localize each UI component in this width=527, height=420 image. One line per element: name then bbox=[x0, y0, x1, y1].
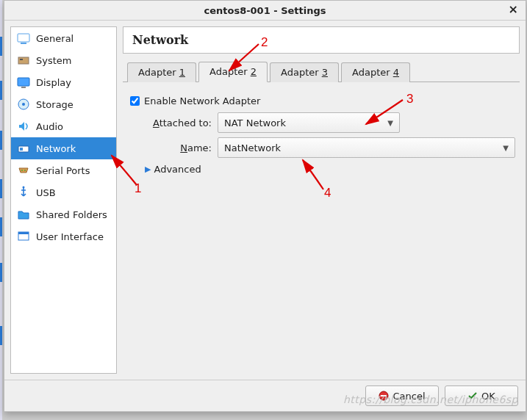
sidebar-item-label: Serial Ports bbox=[36, 165, 90, 176]
sidebar-item-label: Shared Folders bbox=[36, 209, 107, 220]
settings-content: Network Adapter 1 Adapter 2 Adapter 3 Ad… bbox=[123, 26, 520, 374]
adapter-tabs: Adapter 1 Adapter 2 Adapter 3 Adapter 4 bbox=[123, 61, 520, 82]
audio-icon bbox=[17, 120, 30, 133]
tab-adapter-1[interactable]: Adapter 1 bbox=[127, 62, 196, 82]
display-icon bbox=[17, 76, 30, 89]
attached-to-combobox[interactable]: NAT Network ▼ bbox=[218, 112, 400, 133]
cancel-icon bbox=[379, 391, 389, 401]
sidebar-item-shared-folders[interactable]: Shared Folders bbox=[11, 203, 116, 225]
svg-rect-1 bbox=[21, 43, 26, 44]
triangle-right-icon: ▶ bbox=[145, 164, 151, 174]
sidebar-item-label: Display bbox=[36, 77, 71, 88]
sidebar-item-storage[interactable]: Storage bbox=[11, 93, 116, 115]
background-stripe bbox=[0, 0, 2, 420]
attached-to-label: Attached to: bbox=[127, 117, 212, 128]
tab-adapter-2[interactable]: Adapter 2 bbox=[198, 62, 268, 82]
settings-window: centos8-001 - Settings × General System … bbox=[4, 0, 526, 412]
enable-adapter-checkbox[interactable] bbox=[130, 96, 140, 106]
sidebar-item-label: Audio bbox=[36, 121, 63, 132]
sidebar-item-usb[interactable]: USB bbox=[11, 181, 116, 203]
svg-point-10 bbox=[21, 170, 23, 171]
window-title: centos8-001 - Settings bbox=[204, 5, 326, 16]
svg-point-12 bbox=[23, 187, 25, 189]
sidebar-item-serial-ports[interactable]: Serial Ports bbox=[11, 159, 116, 181]
name-combobox[interactable]: NatNetwork ▼ bbox=[218, 137, 515, 158]
tab-adapter-4[interactable]: Adapter 4 bbox=[341, 62, 410, 82]
network-icon bbox=[17, 142, 30, 155]
category-sidebar: General System Display Storage Audio bbox=[10, 26, 117, 374]
sidebar-item-network[interactable]: Network bbox=[11, 137, 116, 159]
sidebar-item-label: USB bbox=[36, 187, 56, 198]
svg-rect-3 bbox=[20, 59, 23, 60]
advanced-toggle[interactable]: ▶ Advanced bbox=[145, 164, 515, 175]
enable-adapter-label: Enable Network Adapter bbox=[144, 95, 260, 106]
close-icon[interactable]: × bbox=[509, 4, 518, 15]
tab-adapter-3[interactable]: Adapter 3 bbox=[270, 62, 339, 82]
general-icon bbox=[17, 32, 30, 45]
sidebar-item-label: User Interface bbox=[36, 231, 104, 242]
sidebar-item-label: System bbox=[36, 55, 71, 66]
ok-button[interactable]: OK bbox=[445, 385, 518, 406]
svg-point-11 bbox=[24, 170, 26, 171]
sidebar-item-label: Network bbox=[36, 143, 76, 154]
attached-to-value: NAT Network bbox=[224, 117, 286, 128]
svg-point-7 bbox=[22, 103, 25, 106]
storage-icon bbox=[17, 98, 30, 111]
usb-icon bbox=[17, 186, 30, 199]
titlebar: centos8-001 - Settings × bbox=[4, 1, 526, 21]
chevron-down-icon: ▼ bbox=[387, 119, 393, 127]
sidebar-item-label: Storage bbox=[36, 99, 74, 110]
panel-title: Network bbox=[123, 26, 520, 54]
sidebar-item-display[interactable]: Display bbox=[11, 71, 116, 93]
chevron-down-icon: ▼ bbox=[503, 144, 509, 152]
svg-rect-5 bbox=[21, 87, 26, 88]
adapter-form: Enable Network Adapter Attached to: NAT … bbox=[123, 82, 520, 179]
name-label: Name: bbox=[127, 142, 212, 153]
svg-rect-0 bbox=[18, 34, 29, 42]
sidebar-item-system[interactable]: System bbox=[11, 49, 116, 71]
sidebar-item-audio[interactable]: Audio bbox=[11, 115, 116, 137]
folder-icon bbox=[17, 208, 30, 221]
svg-rect-4 bbox=[18, 78, 29, 86]
sidebar-item-label: General bbox=[36, 33, 74, 44]
svg-rect-9 bbox=[20, 148, 23, 151]
cancel-button[interactable]: Cancel bbox=[365, 385, 439, 406]
svg-rect-16 bbox=[381, 395, 387, 397]
name-value: NatNetwork bbox=[224, 142, 281, 153]
dialog-footer: Cancel OK bbox=[4, 380, 526, 411]
enable-adapter-row: Enable Network Adapter bbox=[127, 94, 515, 108]
ui-icon bbox=[17, 230, 30, 243]
sidebar-item-user-interface[interactable]: User Interface bbox=[11, 225, 116, 247]
serial-icon bbox=[17, 164, 30, 177]
svg-rect-2 bbox=[18, 57, 29, 64]
svg-rect-14 bbox=[18, 232, 29, 234]
system-icon bbox=[17, 54, 30, 67]
sidebar-item-general[interactable]: General bbox=[11, 27, 116, 49]
ok-icon bbox=[467, 391, 478, 401]
